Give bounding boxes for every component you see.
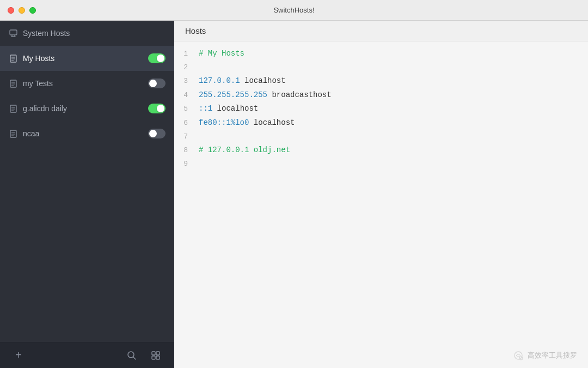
toggle-knob [149, 130, 157, 137]
svg-point-26 [514, 352, 522, 359]
ncaa-label: ncaa [23, 129, 148, 138]
line-content-3: 127.0.0.1 localhost [199, 75, 286, 88]
my-hosts-label: My Hosts [23, 54, 148, 63]
my-hosts-toggle[interactable] [148, 53, 166, 63]
code-line-2: 2 [174, 61, 588, 74]
minimize-button[interactable] [19, 7, 25, 14]
watermark-text: 高效率工具搜罗 [528, 351, 577, 360]
code-line-6: 6 fe80::1%lo0 localhost [174, 116, 588, 130]
file-icon-g-alicdn [9, 104, 17, 113]
add-button[interactable]: + [11, 348, 26, 363]
svg-rect-22 [152, 352, 155, 355]
watermark: 高效率工具搜罗 [513, 351, 577, 360]
code-line-4: 4 255.255.255.255 broadcasthost [174, 88, 588, 102]
code-line-9: 9 [174, 158, 588, 171]
close-button[interactable] [8, 7, 14, 14]
system-hosts-label: System Hosts [23, 29, 166, 38]
my-tests-label: my Tests [23, 79, 148, 88]
line-content-8: # 127.0.0.1 oldj.net [199, 144, 290, 157]
sidebar: System Hosts My Hosts [0, 21, 174, 368]
sidebar-item-my-tests[interactable]: my Tests [0, 71, 174, 96]
my-tests-toggle[interactable] [148, 79, 166, 88]
window-controls [8, 7, 36, 14]
line-num-4: 4 [174, 89, 199, 101]
sidebar-item-g-alicdn[interactable]: g.alicdn daily [0, 96, 174, 121]
titlebar: SwitchHosts! [0, 0, 588, 21]
line-num-8: 8 [174, 144, 199, 156]
toggle-knob [157, 55, 164, 62]
ncaa-toggle[interactable] [148, 129, 166, 138]
svg-line-21 [133, 357, 136, 359]
code-line-5: 5 ::1 localhost [174, 102, 588, 116]
line-content-6: fe80::1%lo0 localhost [199, 117, 295, 130]
maximize-button[interactable] [29, 7, 36, 14]
sidebar-toolbar: + [0, 342, 174, 368]
code-line-8: 8 # 127.0.0.1 oldj.net [174, 143, 588, 158]
line-num-2: 2 [174, 62, 199, 74]
line-content-5: ::1 localhost [199, 102, 258, 116]
sidebar-item-ncaa[interactable]: ncaa [0, 121, 174, 146]
code-line-1: 1 # My Hosts [174, 47, 588, 61]
search-button[interactable] [124, 348, 139, 363]
svg-rect-25 [156, 356, 160, 359]
main-content: System Hosts My Hosts [0, 21, 588, 368]
file-icon-my-tests [9, 79, 17, 88]
file-icon-my-hosts [9, 54, 17, 63]
svg-rect-23 [156, 352, 160, 355]
line-num-5: 5 [174, 103, 199, 115]
toggle-knob [157, 105, 164, 112]
line-num-7: 7 [174, 131, 199, 143]
svg-rect-0 [10, 30, 17, 35]
line-num-6: 6 [174, 117, 199, 129]
g-alicdn-label: g.alicdn daily [23, 104, 148, 113]
file-icon-ncaa [9, 129, 17, 138]
code-line-7: 7 [174, 130, 588, 143]
svg-rect-24 [152, 356, 155, 359]
monitor-icon [9, 29, 17, 38]
sidebar-item-my-hosts[interactable]: My Hosts [0, 46, 174, 71]
sidebar-items: System Hosts My Hosts [0, 21, 174, 342]
editor-header: Hosts [174, 21, 588, 41]
line-num-3: 3 [174, 75, 199, 87]
toggle-knob [149, 80, 157, 87]
line-content-4: 255.255.255.255 broadcasthost [199, 89, 332, 102]
editor-title: Hosts [185, 26, 206, 35]
line-num-1: 1 [174, 48, 199, 60]
code-line-3: 3 127.0.0.1 localhost [174, 74, 588, 88]
sidebar-item-system-hosts[interactable]: System Hosts [0, 21, 174, 46]
editor-content[interactable]: 1 # My Hosts 2 3 127.0.0.1 localhost 4 2… [174, 41, 588, 368]
line-num-9: 9 [174, 158, 199, 170]
editor: Hosts 1 # My Hosts 2 3 127.0.0.1 localho… [174, 21, 588, 368]
g-alicdn-toggle[interactable] [148, 104, 166, 113]
line-content-1: # My Hosts [199, 47, 244, 61]
app-title: SwitchHosts! [273, 6, 314, 14]
settings-button[interactable] [148, 348, 163, 363]
